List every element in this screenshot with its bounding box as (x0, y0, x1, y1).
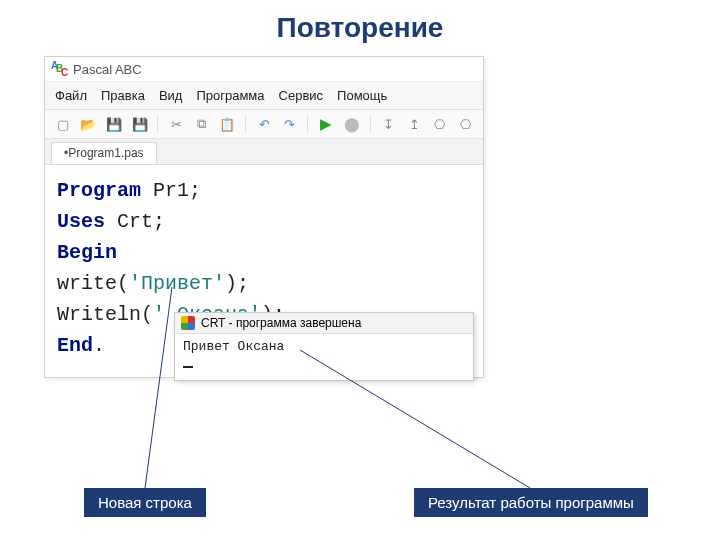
code-text: Crt; (105, 210, 165, 233)
toolbar-sep (245, 115, 246, 133)
crt-output: Привет Оксана (175, 334, 473, 380)
menubar: Файл Правка Вид Программа Сервис Помощь (45, 82, 483, 110)
code-text: Pr1; (141, 179, 201, 202)
kw-begin: Begin (57, 241, 117, 264)
toolbar: ▢ 📂 💾 💾 ✂ ⧉ 📋 ↶ ↷ ▶ ⬤ ↧ ↥ ⎔ ⎔ (45, 110, 483, 139)
menu-file[interactable]: Файл (55, 88, 87, 103)
toolbar-sep (157, 115, 158, 133)
tabstrip: •Program1.pas (45, 139, 483, 165)
editor-tab[interactable]: •Program1.pas (51, 142, 157, 164)
callout-result: Результат работы программы (414, 488, 648, 517)
breakpoint-icon[interactable]: ⎔ (430, 114, 450, 134)
step-out-icon[interactable]: ↥ (404, 114, 424, 134)
menu-program[interactable]: Программа (196, 88, 264, 103)
stop-icon[interactable]: ⬤ (342, 114, 362, 134)
code-text: . (93, 334, 105, 357)
crt-title-text: CRT - программа завершена (201, 316, 361, 330)
run-icon[interactable]: ▶ (316, 114, 336, 134)
undo-icon[interactable]: ↶ (254, 114, 274, 134)
kw-uses: Uses (57, 210, 105, 233)
crt-icon (181, 316, 195, 330)
code-text: Writeln( (57, 303, 153, 326)
step-in-icon[interactable]: ↧ (379, 114, 399, 134)
app-icon: ABC (51, 61, 67, 77)
toolbar-sep (370, 115, 371, 133)
titlebar: ABC Pascal ABC (45, 57, 483, 82)
toolbar-sep (307, 115, 308, 133)
cut-icon[interactable]: ✂ (166, 114, 186, 134)
kw-program: Program (57, 179, 141, 202)
crt-output-line: Привет Оксана (183, 338, 465, 356)
copy-icon[interactable]: ⧉ (192, 114, 212, 134)
save-icon[interactable]: 💾 (104, 114, 124, 134)
save-all-icon[interactable]: 💾 (130, 114, 150, 134)
new-file-icon[interactable]: ▢ (53, 114, 73, 134)
breakpoint2-icon[interactable]: ⎔ (455, 114, 475, 134)
string-literal: 'Привет' (129, 272, 225, 295)
code-text: write( (57, 272, 129, 295)
menu-service[interactable]: Сервис (279, 88, 324, 103)
app-title: Pascal ABC (73, 62, 142, 77)
open-file-icon[interactable]: 📂 (79, 114, 99, 134)
callout-new-line: Новая строка (84, 488, 206, 517)
menu-edit[interactable]: Правка (101, 88, 145, 103)
crt-cursor (183, 366, 193, 368)
crt-titlebar: CRT - программа завершена (175, 313, 473, 334)
redo-icon[interactable]: ↷ (280, 114, 300, 134)
slide-title: Повторение (0, 0, 720, 50)
code-text: ); (225, 272, 249, 295)
crt-window: CRT - программа завершена Привет Оксана (174, 312, 474, 381)
paste-icon[interactable]: 📋 (218, 114, 238, 134)
menu-help[interactable]: Помощь (337, 88, 387, 103)
kw-end: End (57, 334, 93, 357)
menu-view[interactable]: Вид (159, 88, 183, 103)
